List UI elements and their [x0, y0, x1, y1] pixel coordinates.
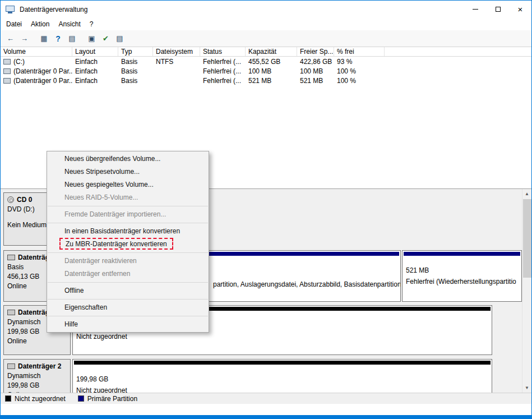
volume-icon — [3, 78, 11, 84]
volume-name: (C:) — [13, 58, 25, 66]
cell-kapazitaet: 455,52 GB — [246, 58, 297, 66]
disk-context-menu: Neues übergreifendes Volume... Neues Str… — [47, 151, 209, 333]
cell-frei: 422,86 GB — [297, 58, 334, 66]
volume-name: (Datenträger 0 Par... — [13, 77, 72, 85]
menu-item-datentraeger-entfernen: Datenträger entfernen — [47, 268, 209, 280]
window-title: Datenträgerverwaltung — [20, 6, 87, 13]
cell-dateisystem: NTFS — [153, 58, 200, 66]
scroll-up-icon[interactable]: ▲ — [522, 189, 531, 199]
menu-item-eigenschaften[interactable]: Eigenschaften — [47, 301, 209, 314]
disk2-type: Dynamisch — [7, 372, 67, 380]
menu-separator — [48, 282, 208, 283]
col-dateisystem[interactable]: Dateisystem — [153, 47, 200, 56]
menu-separator — [48, 252, 208, 253]
minimize-icon — [473, 9, 478, 10]
legend-unallocated: Nicht zugeordnet — [5, 395, 66, 403]
properties-list-icon[interactable]: ▤ — [113, 32, 127, 45]
menu-separator — [48, 316, 208, 316]
cell-kapazitaet: 100 MB — [246, 67, 297, 75]
table-row[interactable]: (Datenträger 0 Par... Einfach Basis Fehl… — [1, 66, 531, 76]
disk2-row: Datenträger 2 Dynamisch 199,98 GB Online… — [3, 359, 520, 393]
scrollbar-thumb[interactable] — [523, 199, 531, 278]
menubar: Datei Aktion Ansicht ? — [1, 18, 531, 30]
minimize-button[interactable] — [464, 1, 487, 18]
app-icon — [6, 6, 16, 13]
menu-separator — [48, 299, 208, 300]
titlebar: Datenträgerverwaltung × — [1, 1, 531, 18]
legend-label: Primäre Partition — [87, 395, 137, 403]
cell-frei: 100 MB — [297, 67, 334, 75]
disk2-status: Online — [7, 391, 67, 393]
col-prozent-frei[interactable]: % frei — [334, 47, 385, 56]
menu-datei[interactable]: Datei — [2, 19, 26, 30]
menu-item-in-basisdatentraeger-konvertieren[interactable]: In einen Basisdatenträger konvertieren — [47, 225, 209, 238]
maximize-icon — [496, 7, 501, 12]
cell-status: Fehlerfrei (... — [200, 67, 246, 75]
col-filler — [385, 47, 531, 56]
partition-status-text: partition, Auslagerungsdatei, Absturzabb… — [213, 280, 401, 288]
menu-separator — [48, 206, 208, 206]
col-typ[interactable]: Typ — [118, 47, 153, 56]
console-tree-icon[interactable]: ▦ — [37, 32, 51, 45]
menu-item-neues-raid5-volume: Neues RAID-5-Volume... — [47, 191, 209, 204]
partition-stripe — [404, 252, 520, 256]
check-icon[interactable]: ✔ — [99, 32, 113, 45]
menu-aktion[interactable]: Aktion — [26, 19, 54, 30]
col-status[interactable]: Status — [200, 47, 246, 56]
menu-item-neues-uebergreifendes-volume[interactable]: Neues übergreifendes Volume... — [47, 153, 209, 165]
col-volume[interactable]: Volume — [1, 47, 72, 56]
cell-layout: Einfach — [72, 67, 118, 75]
maximize-button[interactable] — [487, 1, 509, 18]
menu-hilfe[interactable]: ? — [85, 19, 98, 30]
menu-item-offline[interactable]: Offline — [47, 284, 209, 297]
disk2-name: Datenträger 2 — [18, 362, 61, 370]
action-console-icon[interactable]: ▣ — [85, 32, 99, 45]
menu-item-datentraeger-reaktivieren: Datenträger reaktivieren — [47, 255, 209, 268]
menu-item-hilfe[interactable]: Hilfe — [47, 318, 209, 331]
partition-size: 521 MB — [406, 266, 518, 274]
cell-kapazitaet: 521 MB — [246, 77, 297, 85]
disk2-unallocated-region[interactable]: 199,98 GB Nicht zugeordnet — [72, 359, 492, 393]
cell-prozent: 100 % — [334, 67, 385, 75]
help-icon[interactable]: ? — [51, 32, 65, 45]
cd0-name: CD 0 — [17, 196, 32, 204]
cell-typ: Basis — [118, 58, 153, 66]
forward-icon[interactable]: → — [17, 32, 31, 45]
legend-label: Nicht zugeordnet — [15, 395, 66, 403]
scroll-down-icon[interactable]: ▼ — [522, 383, 531, 393]
menu-item-neues-gespiegeltes-volume[interactable]: Neues gespiegeltes Volume... — [47, 178, 209, 191]
table-row[interactable]: (C:) Einfach Basis NTFS Fehlerfrei (... … — [1, 57, 531, 66]
cell-layout: Einfach — [72, 58, 118, 66]
volume-name: (Datenträger 0 Par... — [13, 67, 72, 75]
cell-frei: 521 MB — [297, 77, 334, 85]
window-bottom-filler — [1, 404, 531, 415]
col-kapazitaet[interactable]: Kapazität — [246, 47, 297, 56]
disk-icon — [7, 310, 15, 315]
vertical-scrollbar[interactable]: ▲ ▼ — [522, 189, 531, 393]
volume-icon — [3, 59, 11, 65]
menu-item-zu-mbr-datentraeger-konvertieren[interactable]: Zu MBR-Datenträger konvertieren — [47, 238, 209, 251]
region-status-text: Nicht zugeordnet — [76, 333, 488, 340]
col-freier-speicher[interactable]: Freier Sp... — [297, 47, 334, 56]
cd-icon — [7, 196, 14, 203]
disk2-label-panel[interactable]: Datenträger 2 Dynamisch 199,98 GB Online — [3, 359, 71, 393]
disk2-size: 199,98 GB — [7, 381, 67, 389]
statusbar: Nicht zugeordnet Primäre Partition — [1, 393, 531, 404]
unallocated-swatch — [5, 395, 11, 402]
disk1-status: Online — [7, 337, 67, 345]
mbr-highlight-box: Zu MBR-Datenträger konvertieren — [59, 238, 173, 250]
unallocated-stripe — [74, 361, 491, 365]
disk0-partition-2[interactable]: 521 MB Fehlerfrei (Wiederherstellungspar… — [402, 250, 522, 302]
primary-partition-swatch — [78, 395, 84, 402]
panes-view-icon[interactable]: ▤ — [65, 32, 79, 45]
cell-prozent: 100 % — [334, 77, 385, 85]
menu-ansicht[interactable]: Ansicht — [54, 19, 85, 30]
cell-typ: Basis — [118, 77, 153, 85]
col-layout[interactable]: Layout — [72, 47, 118, 56]
table-row[interactable]: (Datenträger 0 Par... Einfach Basis Fehl… — [1, 76, 531, 85]
close-button[interactable]: × — [509, 1, 531, 18]
menu-item-fremde-datentraeger-importieren: Fremde Datenträger importieren... — [47, 208, 209, 221]
cell-layout: Einfach — [72, 77, 118, 85]
back-icon[interactable]: ← — [3, 32, 17, 45]
menu-item-neues-stripesetvolume[interactable]: Neues Stripesetvolume... — [47, 165, 209, 178]
